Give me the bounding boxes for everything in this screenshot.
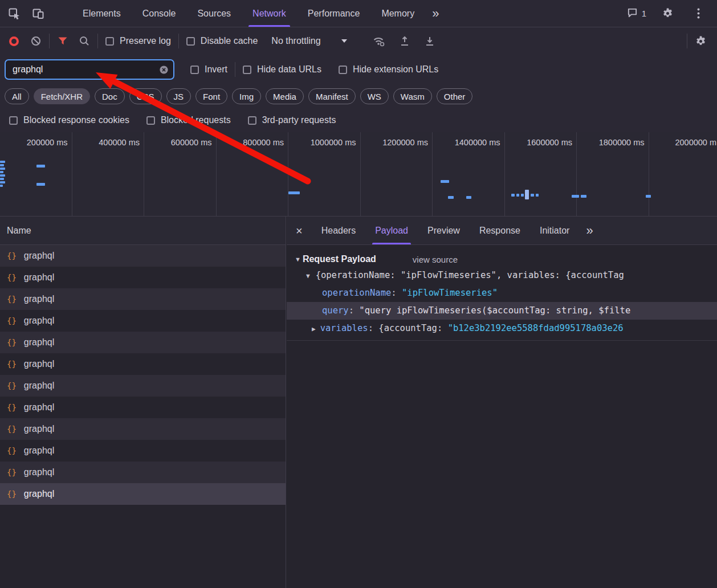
export-har-icon[interactable]	[399, 35, 410, 47]
network-request-row[interactable]: {}graphql	[0, 397, 286, 418]
advanced-filter-checkbox-0[interactable]: Blocked response cookies	[9, 115, 129, 125]
collapse-section-icon[interactable]: ▼	[295, 256, 301, 263]
filter-pill-fetchxhr[interactable]: Fetch/XHR	[34, 88, 90, 104]
waterfall-bar	[0, 181, 5, 183]
advanced-filter-checkbox-1[interactable]: Blocked requests	[146, 115, 231, 125]
payload-summary: {operationName: "ipFlowTimeseries", vari…	[316, 270, 624, 280]
detail-tab-headers[interactable]: Headers	[312, 217, 365, 244]
checkbox-box[interactable]	[186, 37, 195, 46]
divider	[97, 34, 98, 48]
network-request-row[interactable]: {}graphql	[0, 375, 286, 397]
checkbox-box[interactable]	[339, 66, 347, 74]
network-settings-gear-icon[interactable]	[695, 35, 707, 47]
close-details-icon[interactable]: ×	[287, 225, 312, 236]
tab-memory[interactable]: Memory	[370, 0, 425, 27]
detail-tab-payload[interactable]: Payload	[365, 217, 418, 244]
filter-pill-all[interactable]: All	[5, 88, 29, 104]
waterfall-bar	[288, 191, 300, 194]
network-request-row[interactable]: {}graphql	[0, 483, 286, 505]
tab-console[interactable]: Console	[132, 0, 187, 27]
filter-pill-manifest[interactable]: Manifest	[308, 88, 356, 104]
network-request-row[interactable]: {}graphql	[0, 245, 286, 267]
device-toolbar-icon[interactable]	[28, 4, 48, 23]
filter-pill-other[interactable]: Other	[437, 88, 473, 104]
tab-network[interactable]: Network	[242, 0, 297, 27]
detail-tab-preview[interactable]: Preview	[418, 217, 470, 244]
clear-filter-icon[interactable]	[159, 65, 169, 75]
fetch-xhr-icon: {}	[7, 381, 17, 390]
name-column-header[interactable]: Name	[0, 217, 286, 245]
throttling-select[interactable]: No throttling	[271, 36, 347, 46]
tab-performance[interactable]: Performance	[297, 0, 371, 27]
view-source-link[interactable]: view source	[413, 255, 458, 264]
payload-key: operationName	[322, 288, 391, 298]
filter-pill-css[interactable]: CSS	[129, 88, 162, 104]
checkbox-box[interactable]	[248, 116, 256, 125]
network-request-row[interactable]: {}graphql	[0, 462, 286, 483]
network-request-row[interactable]: {}graphql	[0, 440, 286, 462]
request-name: graphql	[24, 489, 54, 499]
kebab-menu-icon[interactable]	[689, 4, 708, 23]
divider	[287, 340, 717, 341]
network-overview-timeline[interactable]: 200000 ms400000 ms600000 ms800000 ms1000…	[0, 132, 717, 217]
hide-data-urls-checkbox[interactable]: Hide data URLs	[243, 64, 321, 75]
filter-pill-js[interactable]: JS	[166, 88, 192, 104]
console-drawer-button[interactable]: 1	[627, 7, 646, 20]
import-har-icon[interactable]	[424, 35, 435, 47]
network-filter-input[interactable]	[11, 64, 159, 75]
payload-entry-variables[interactable]: ▶variables: {accountTag: "b12e3b2192ee55…	[287, 320, 717, 337]
payload-root-row[interactable]: ▼{operationName: "ipFlowTimeseries", var…	[287, 267, 717, 284]
request-details-panel: × HeadersPayloadPreviewResponseInitiator…	[287, 217, 717, 588]
advanced-filter-checkbox-2[interactable]: 3rd-party requests	[248, 115, 336, 125]
checkbox-box[interactable]	[105, 37, 114, 46]
advanced-filter-row: Blocked response cookiesBlocked requests…	[0, 108, 717, 132]
tab-sources[interactable]: Sources	[186, 0, 242, 27]
clear-network-log-icon[interactable]	[30, 35, 42, 47]
filter-pill-font[interactable]: Font	[195, 88, 227, 104]
network-request-row[interactable]: {}graphql	[0, 267, 286, 288]
request-name: graphql	[24, 446, 54, 456]
checkbox-box[interactable]	[190, 66, 199, 74]
more-detail-tabs-icon[interactable]: »	[579, 224, 600, 237]
tab-elements[interactable]: Elements	[72, 0, 132, 27]
preserve-log-checkbox[interactable]: Preserve log	[105, 36, 171, 46]
payload-colon: :	[391, 288, 402, 298]
search-icon[interactable]	[79, 35, 90, 47]
waterfall-bar	[0, 168, 5, 170]
payload-entry-operationName[interactable]: operationName: "ipFlowTimeseries"	[287, 284, 717, 302]
collapse-arrow-icon[interactable]: ▼	[306, 272, 310, 280]
devtools-tab-bar: ElementsConsoleSourcesNetworkPerformance…	[0, 0, 717, 27]
settings-gear-icon[interactable]	[658, 4, 677, 23]
hide-extension-urls-checkbox[interactable]: Hide extension URLs	[339, 64, 438, 75]
payload-entry-query[interactable]: query: "query ipFlowTimeseries($accountT…	[287, 302, 717, 320]
detail-tab-initiator[interactable]: Initiator	[530, 217, 579, 244]
disable-cache-checkbox[interactable]: Disable cache	[186, 36, 258, 46]
network-request-row[interactable]: {}graphql	[0, 288, 286, 310]
checkbox-box[interactable]	[243, 66, 251, 74]
network-request-row[interactable]: {}graphql	[0, 310, 286, 332]
payload-colon: :	[368, 323, 379, 333]
filter-funnel-icon[interactable]	[57, 35, 68, 47]
detail-tab-response[interactable]: Response	[470, 217, 530, 244]
network-request-row[interactable]: {}graphql	[0, 353, 286, 375]
request-name: graphql	[24, 272, 54, 283]
checkbox-box[interactable]	[9, 116, 18, 125]
request-name: graphql	[24, 359, 54, 369]
network-conditions-icon[interactable]	[372, 35, 385, 47]
invert-filter-checkbox[interactable]: Invert	[190, 64, 227, 75]
filter-pill-media[interactable]: Media	[266, 88, 304, 104]
checkbox-box[interactable]	[146, 116, 155, 125]
expand-arrow-icon[interactable]: ▶	[312, 325, 316, 333]
payload-entries: operationName: "ipFlowTimeseries"query: …	[287, 284, 717, 337]
filter-pill-doc[interactable]: Doc	[95, 88, 125, 104]
invert-label: Invert	[205, 64, 227, 75]
network-request-row[interactable]: {}graphql	[0, 332, 286, 353]
filter-pill-img[interactable]: Img	[232, 88, 261, 104]
more-panels-icon[interactable]: »	[425, 7, 446, 20]
filter-pill-wasm[interactable]: Wasm	[393, 88, 432, 104]
waterfall-bar	[521, 194, 524, 197]
filter-pill-ws[interactable]: WS	[360, 88, 389, 104]
inspect-element-icon[interactable]	[5, 4, 24, 23]
network-request-row[interactable]: {}graphql	[0, 418, 286, 440]
record-network-log-button[interactable]	[9, 36, 19, 46]
